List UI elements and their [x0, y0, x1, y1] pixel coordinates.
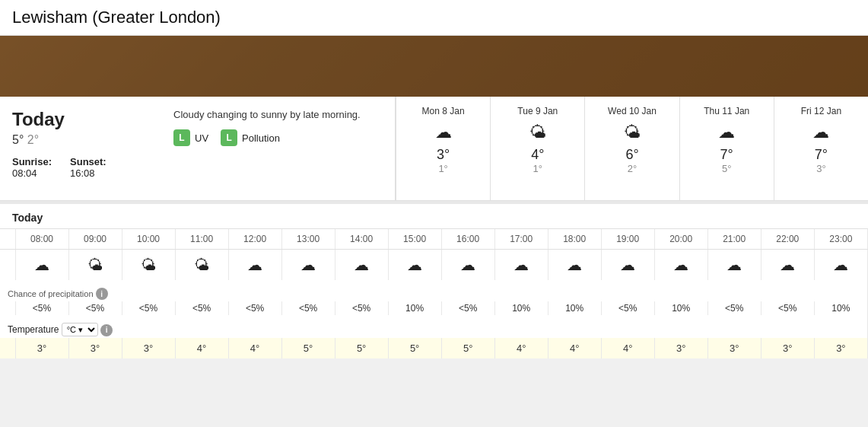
temp-val-14: 3° — [761, 338, 814, 358]
hourly-icon-6: ☁ — [335, 250, 388, 281]
today-description: Cloudy changing to sunny by late morning… — [173, 109, 383, 120]
temp-val-15: 3° — [814, 338, 867, 358]
hourly-table-wrapper: 08:0009:0010:0011:0012:0013:0014:0015:00… — [0, 229, 868, 358]
forecast-col-1: Tue 9 Jan🌤4°1° — [491, 97, 585, 200]
hourly-icon-row: ☁🌤🌤🌤☁☁☁☁☁☁☁☁☁☁☁☁ — [0, 250, 868, 281]
sunset-time: 16:08 — [70, 167, 95, 179]
forecast-day-0: Mon 8 Jan — [402, 106, 484, 116]
temp-val-10: 4° — [548, 338, 601, 358]
sunset-label: Sunset: — [70, 156, 107, 167]
time-8: 16:00 — [441, 229, 494, 250]
hourly-today-label: Today — [0, 204, 868, 229]
temp-val-11: 4° — [601, 338, 654, 358]
forecast-icon-0: ☁ — [402, 123, 484, 142]
today-forecast-row: Today 5° 2° Sunrise: 08:04 Sunset: 16:08 — [0, 97, 868, 201]
time-13: 21:00 — [707, 229, 761, 250]
uv-icon: L — [173, 129, 190, 146]
temp-val-7: 5° — [388, 338, 441, 358]
forecast-low-0: 1° — [402, 163, 484, 174]
precip-val-3: <5% — [175, 301, 228, 315]
hourly-icon-14: ☁ — [761, 250, 814, 281]
page-header: Lewisham (Greater London) — [0, 0, 868, 36]
forecast-icon-1: 🌤 — [497, 123, 578, 142]
today-low: 2° — [27, 133, 39, 146]
precip-val-15: 10% — [814, 301, 867, 315]
precip-val-10: 10% — [548, 301, 601, 315]
time-10: 18:00 — [548, 229, 601, 250]
time-15: 23:00 — [814, 229, 867, 250]
precip-info-icon[interactable]: i — [96, 288, 108, 300]
temp-label: Temperature — [8, 324, 59, 335]
today-temps: 5° 2° — [12, 133, 164, 147]
uv-label: UV — [195, 132, 208, 144]
temp-val-1: 3° — [68, 338, 122, 358]
forecast-high-1: 4° — [497, 147, 578, 163]
precip-val-0: <5% — [15, 301, 68, 315]
temp-val-9: 4° — [494, 338, 548, 358]
page-wrapper: Lewisham (Greater London) Today 5° 2° Su… — [0, 0, 868, 358]
time-3: 11:00 — [175, 229, 228, 250]
forecast-col-4: Fri 12 Jan☁7°3° — [774, 97, 868, 200]
hourly-icon-3: 🌤 — [175, 250, 228, 281]
precip-label-row: Chance of precipitation i — [0, 280, 868, 301]
forecast-low-2: 2° — [591, 163, 672, 174]
pollution-icon: L — [221, 129, 237, 146]
forecast-col-2: Wed 10 Jan🌤6°2° — [585, 97, 679, 200]
forecast-low-4: 3° — [781, 163, 862, 174]
temp-unit-select[interactable]: °C ▾°F ▾ — [62, 323, 98, 336]
precip-val-13: <5% — [707, 301, 761, 315]
forecast-day-2: Wed 10 Jan — [591, 106, 672, 116]
forecast-high-4: 7° — [781, 147, 862, 163]
forecast-col-0: Mon 8 Jan☁3°1° — [396, 97, 491, 200]
temp-val-3: 4° — [175, 338, 228, 358]
hourly-icon-0: ☁ — [15, 250, 68, 281]
precip-label: Chance of precipitation — [8, 289, 94, 298]
temp-val-0: 3° — [15, 338, 68, 358]
time-5: 13:00 — [281, 229, 335, 250]
forecast-day-1: Tue 9 Jan — [497, 106, 578, 116]
uv-badge: L UV — [173, 129, 208, 146]
sunrise-label: Sunrise: — [12, 156, 52, 167]
temp-val-12: 3° — [654, 338, 707, 358]
forecast-low-3: 5° — [686, 163, 768, 174]
sun-row: Sunrise: 08:04 Sunset: 16:08 — [12, 156, 164, 179]
hourly-icon-13: ☁ — [707, 250, 761, 281]
hourly-icon-11: ☁ — [601, 250, 654, 281]
time-2: 10:00 — [122, 229, 175, 250]
time-9: 17:00 — [494, 229, 548, 250]
precip-val-11: <5% — [601, 301, 654, 315]
forecast-high-3: 7° — [686, 147, 768, 163]
sunrise-time: 08:04 — [12, 167, 37, 179]
precip-val-1: <5% — [68, 301, 122, 315]
forecast-columns: Mon 8 Jan☁3°1°Tue 9 Jan🌤4°1°Wed 10 Jan🌤6… — [396, 97, 868, 200]
hourly-icon-10: ☁ — [548, 250, 601, 281]
time-7: 15:00 — [388, 229, 441, 250]
precip-val-4: <5% — [228, 301, 281, 315]
temp-info-icon[interactable]: i — [100, 324, 113, 336]
hourly-icon-15: ☁ — [814, 250, 867, 281]
temp-val-5: 5° — [281, 338, 335, 358]
temp-val-2: 3° — [122, 338, 175, 358]
precip-val-7: 10% — [388, 301, 441, 315]
hourly-icon-7: ☁ — [388, 250, 441, 281]
sunset-item: Sunset: 16:08 — [70, 156, 107, 179]
temp-val-6: 5° — [335, 338, 388, 358]
forecast-high-0: 3° — [402, 147, 484, 163]
hourly-icon-4: ☁ — [228, 250, 281, 281]
pollution-badge: L Pollution — [221, 129, 280, 146]
precip-val-9: 10% — [494, 301, 548, 315]
pollution-label: Pollution — [242, 132, 280, 144]
forecast-icon-2: 🌤 — [591, 123, 672, 142]
sunrise-item: Sunrise: 08:04 — [12, 156, 52, 179]
time-row: 08:0009:0010:0011:0012:0013:0014:0015:00… — [0, 229, 868, 250]
precip-values-row: <5%<5%<5%<5%<5%<5%<5%10%<5%10%10%<5%10%<… — [0, 301, 868, 315]
today-panel: Today 5° 2° Sunrise: 08:04 Sunset: 16:08 — [0, 97, 396, 200]
forecast-day-3: Thu 11 Jan — [686, 106, 768, 116]
time-0: 08:00 — [15, 229, 68, 250]
time-11: 19:00 — [601, 229, 654, 250]
forecast-day-4: Fri 12 Jan — [781, 106, 862, 116]
precip-val-8: <5% — [441, 301, 494, 315]
temp-val-4: 4° — [228, 338, 281, 358]
hero-image — [0, 36, 868, 97]
hourly-icon-8: ☁ — [441, 250, 494, 281]
